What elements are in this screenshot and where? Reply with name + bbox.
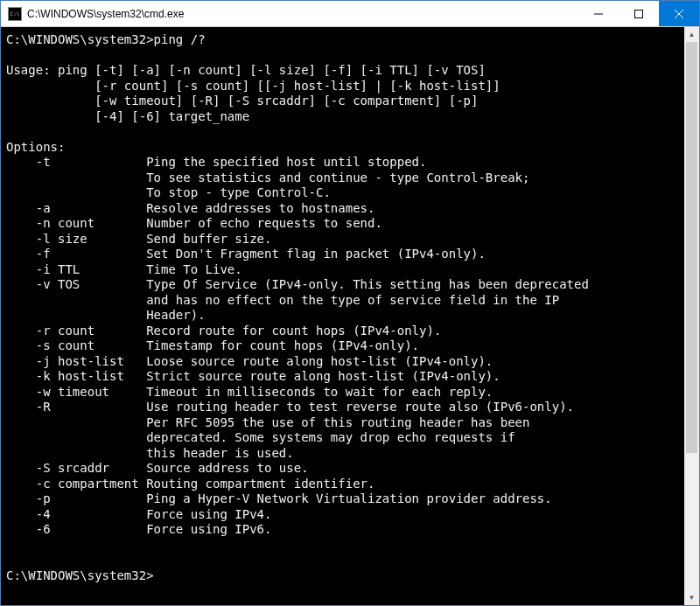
cmd-icon bbox=[8, 7, 22, 21]
maximize-button[interactable] bbox=[619, 1, 659, 26]
scroll-up-button[interactable]: ▲ bbox=[684, 27, 699, 42]
svg-rect-1 bbox=[635, 10, 643, 17]
terminal-wrapper: C:\WINDOWS\system32>ping /? Usage: ping … bbox=[1, 27, 699, 605]
titlebar[interactable]: C:\WINDOWS\system32\cmd.exe bbox=[1, 1, 699, 27]
close-icon bbox=[675, 10, 683, 18]
terminal-output[interactable]: C:\WINDOWS\system32>ping /? Usage: ping … bbox=[1, 27, 684, 605]
scroll-down-button[interactable]: ▼ bbox=[684, 590, 699, 605]
minimize-icon bbox=[594, 10, 603, 18]
cmd-window: C:\WINDOWS\system32\cmd.exe C:\WINDOWS\s… bbox=[0, 0, 700, 606]
scrollbar-thumb[interactable] bbox=[686, 42, 697, 453]
minimize-button[interactable] bbox=[578, 1, 619, 26]
maximize-icon bbox=[634, 10, 643, 18]
window-title: C:\WINDOWS\system32\cmd.exe bbox=[27, 8, 578, 20]
scrollbar-track[interactable] bbox=[684, 42, 699, 590]
close-button[interactable] bbox=[659, 1, 699, 26]
window-controls bbox=[578, 1, 699, 26]
vertical-scrollbar[interactable]: ▲ ▼ bbox=[684, 27, 699, 605]
